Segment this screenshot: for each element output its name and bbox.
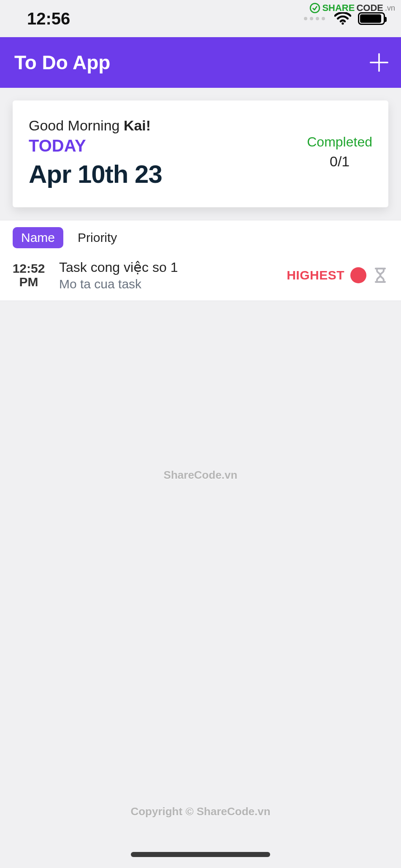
pagination-dots-icon: [304, 17, 325, 20]
sort-chip-name[interactable]: Name: [13, 227, 63, 248]
completed-label: Completed: [307, 134, 372, 150]
greeting-prefix: Good Morning: [29, 117, 124, 133]
today-label: TODAY: [29, 136, 162, 155]
home-indicator: [131, 852, 270, 857]
priority-dot-icon: [350, 267, 366, 283]
task-time: 12:52 PM: [7, 261, 51, 289]
task-priority-label: HIGHEST: [287, 268, 344, 282]
greeting-name: Kai!: [124, 117, 151, 133]
task-list-section: Name Priority 12:52 PM Task cong việc so…: [0, 220, 401, 301]
watermark-vn: .vn: [385, 4, 395, 13]
task-title: Task cong việc so 1: [59, 259, 278, 275]
app-title: To Do App: [14, 51, 110, 74]
summary-card-wrap: Good Morning Kai! TODAY Apr 10th 23 Comp…: [0, 88, 401, 207]
summary-card: Good Morning Kai! TODAY Apr 10th 23 Comp…: [13, 100, 388, 207]
plus-icon: [368, 51, 390, 74]
sort-chip-priority[interactable]: Priority: [69, 227, 125, 248]
battery-icon: [358, 12, 385, 25]
status-time: 12:56: [27, 9, 70, 28]
wifi-icon: [334, 12, 351, 25]
svg-point-1: [341, 22, 344, 24]
today-date: Apr 10th 23: [29, 160, 162, 189]
completed-count: 0/1: [307, 153, 372, 170]
task-time-ampm: PM: [7, 275, 51, 289]
status-right: [304, 12, 385, 25]
svg-point-0: [311, 3, 320, 13]
watermark-mid: ShareCode.vn: [164, 469, 238, 482]
greeting: Good Morning Kai!: [29, 117, 162, 134]
task-main: Task cong việc so 1 Mo ta cua task: [59, 259, 278, 291]
sort-row: Name Priority: [0, 220, 401, 254]
hourglass-icon: [372, 267, 388, 283]
task-row[interactable]: 12:52 PM Task cong việc so 1 Mo ta cua t…: [0, 254, 401, 301]
add-task-button[interactable]: [366, 50, 392, 75]
watermark-bottom: Copyright © ShareCode.vn: [130, 805, 270, 818]
app-bar: To Do App: [0, 37, 401, 88]
task-description: Mo ta cua task: [59, 277, 278, 291]
task-time-hhmm: 12:52: [7, 261, 51, 276]
task-right: HIGHEST: [287, 267, 388, 283]
